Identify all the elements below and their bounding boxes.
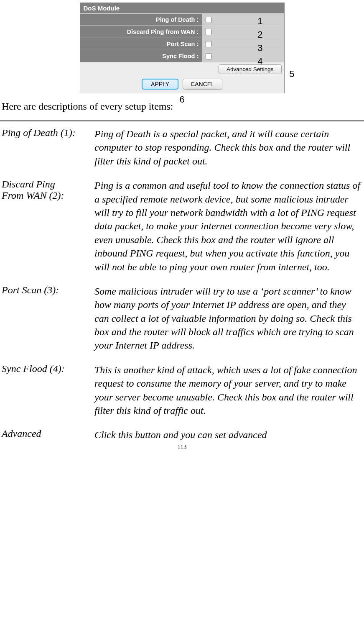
def-ping-of-death: Ping of Death (1): Ping of Death is a sp… (2, 127, 362, 168)
annotation-6: 6 (179, 94, 184, 105)
cancel-button[interactable]: CANCEL (183, 79, 222, 90)
advanced-settings-row: Advanced Settings (80, 62, 284, 76)
cell-discard-ping-wan (202, 26, 284, 38)
label-sync-flood: Sync Flood : (80, 50, 203, 62)
apply-cancel-row: APPLY CANCEL (80, 76, 284, 90)
def-desc-discard-ping-wan: Ping is a common and useful tool to know… (94, 179, 362, 274)
annotation-2: 2 (257, 29, 262, 40)
dos-panel-container: DoS Module Ping of Death : Discard Ping … (0, 3, 364, 93)
def-discard-ping-wan: Discard Ping From WAN (2): Ping is a com… (2, 179, 362, 274)
definitions: Ping of Death (1): Ping of Death is a sp… (0, 127, 364, 442)
panel-title: DoS Module (80, 3, 284, 14)
def-port-scan: Port Scan (3): Some malicious intruder w… (2, 285, 362, 352)
dos-module-panel: DoS Module Ping of Death : Discard Ping … (80, 3, 285, 93)
label-discard-ping-wan: Discard Ping from WAN : (80, 26, 203, 38)
def-desc-port-scan: Some malicious intruder will try to use … (94, 285, 362, 352)
row-discard-ping-wan: Discard Ping from WAN : (80, 26, 284, 38)
def-term-discard-ping-wan: Discard Ping From WAN (2): (2, 179, 94, 274)
def-term-sync-flood: Sync Flood (4): (2, 363, 94, 418)
label-ping-of-death: Ping of Death : (80, 14, 203, 26)
annotation-4: 4 (257, 56, 262, 67)
checkbox-port-scan[interactable] (206, 41, 212, 47)
def-desc-sync-flood: This is another kind of attack, which us… (94, 363, 362, 418)
row-ping-of-death: Ping of Death : (80, 14, 284, 26)
checkbox-sync-flood[interactable] (206, 53, 212, 59)
cell-sync-flood (202, 50, 284, 62)
checkbox-discard-ping-wan[interactable] (206, 29, 212, 35)
apply-button[interactable]: APPLY (142, 79, 178, 90)
annotation-1: 1 (257, 16, 262, 27)
annotation-5: 5 (289, 69, 294, 80)
page-number: 113 (0, 444, 364, 451)
advanced-settings-button[interactable]: Advanced Settings (219, 64, 282, 74)
label-port-scan: Port Scan : (80, 38, 203, 50)
cell-port-scan (202, 38, 284, 50)
cell-ping-of-death (202, 14, 284, 26)
def-term-ping-of-death: Ping of Death (1): (2, 127, 94, 168)
checkbox-ping-of-death[interactable] (206, 17, 212, 23)
def-desc-advanced: Click this button and you can set advanc… (94, 428, 362, 441)
def-term-port-scan: Port Scan (3): (2, 285, 94, 352)
row-sync-flood: Sync Flood : (80, 50, 284, 62)
def-sync-flood: Sync Flood (4): This is another kind of … (2, 363, 362, 418)
def-advanced: Advanced Click this button and you can s… (2, 428, 362, 441)
def-term-advanced: Advanced (2, 428, 94, 441)
annotation-3: 3 (257, 43, 262, 54)
def-desc-ping-of-death: Ping of Death is a special packet, and i… (94, 127, 362, 168)
divider (0, 121, 364, 121)
row-port-scan: Port Scan : (80, 38, 284, 50)
